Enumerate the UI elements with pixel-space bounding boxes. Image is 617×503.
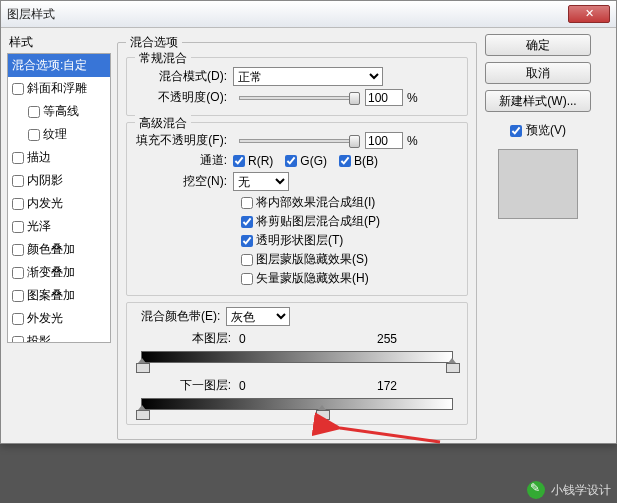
opacity-label: 不透明度(O): <box>135 89 233 106</box>
style-item-satin[interactable]: 光泽 <box>8 215 110 238</box>
opt-layer-mask-hides-label: 图层蒙版隐藏效果(S) <box>256 251 368 268</box>
blend-if-label: 混合颜色带(E): <box>141 308 226 325</box>
watermark: 小钱学设计 <box>527 481 611 499</box>
preview-swatch <box>498 149 578 219</box>
opacity-slider[interactable] <box>239 96 359 100</box>
opacity-unit: % <box>407 91 418 105</box>
opt-interior-effects-label: 将内部效果混合成组(I) <box>256 194 375 211</box>
knockout-select[interactable]: 无 <box>233 172 289 191</box>
style-check-pattern-overlay[interactable] <box>12 290 24 302</box>
style-check-satin[interactable] <box>12 221 24 233</box>
this-layer-gradient[interactable] <box>141 351 453 363</box>
style-item-pattern-overlay[interactable]: 图案叠加 <box>8 284 110 307</box>
opt-interior-effects[interactable] <box>241 197 253 209</box>
under-layer-label: 下一图层: <box>135 377 239 394</box>
under-layer-black-stop[interactable] <box>136 410 148 420</box>
advanced-blend-group: 高级混合 填充不透明度(F): % 通道: R(R) G(G) B(B) <box>126 122 468 296</box>
this-layer-max: 255 <box>377 332 425 346</box>
style-check-contour[interactable] <box>28 106 40 118</box>
general-blend-group: 常规混合 混合模式(D): 正常 不透明度(O): % <box>126 57 468 116</box>
opt-layer-mask-hides[interactable] <box>241 254 253 266</box>
channel-g-check[interactable] <box>285 155 297 167</box>
style-check-inner-shadow[interactable] <box>12 175 24 187</box>
styles-list: 混合选项:自定 斜面和浮雕 等高线 纹理 描边 内阴影 内发光 光泽 颜色叠加 … <box>7 53 111 343</box>
opt-clipped-layers[interactable] <box>241 216 253 228</box>
blend-mode-select[interactable]: 正常 <box>233 67 383 86</box>
preview-checkbox[interactable] <box>510 125 522 137</box>
channels-label: 通道: <box>135 152 233 169</box>
fill-opacity-input[interactable] <box>365 132 403 149</box>
style-check-texture[interactable] <box>28 129 40 141</box>
style-item-bevel[interactable]: 斜面和浮雕 <box>8 77 110 100</box>
style-item-inner-glow[interactable]: 内发光 <box>8 192 110 215</box>
style-item-gradient-overlay[interactable]: 渐变叠加 <box>8 261 110 284</box>
style-item-contour[interactable]: 等高线 <box>8 100 110 123</box>
blend-if-group: 混合颜色带(E): 灰色 本图层: 0 255 <box>126 302 468 425</box>
under-layer-min: 0 <box>239 379 287 393</box>
watermark-text: 小钱学设计 <box>551 482 611 499</box>
channel-g-label: G(G) <box>300 154 327 168</box>
channel-r-check[interactable] <box>233 155 245 167</box>
style-check-drop-shadow[interactable] <box>12 336 24 344</box>
style-item-blending-options[interactable]: 混合选项:自定 <box>8 54 110 77</box>
opt-transparency-shapes[interactable] <box>241 235 253 247</box>
cancel-button[interactable]: 取消 <box>485 62 591 84</box>
channel-b-check[interactable] <box>339 155 351 167</box>
style-check-gradient-overlay[interactable] <box>12 267 24 279</box>
blend-mode-label: 混合模式(D): <box>135 68 233 85</box>
general-blend-legend: 常规混合 <box>135 50 191 67</box>
window-title: 图层样式 <box>7 6 568 23</box>
style-check-inner-glow[interactable] <box>12 198 24 210</box>
layer-style-dialog: 图层样式 ✕ 样式 混合选项:自定 斜面和浮雕 等高线 纹理 描边 内阴影 内发… <box>0 0 617 444</box>
opt-transparency-shapes-label: 透明形状图层(T) <box>256 232 343 249</box>
under-layer-gradient[interactable] <box>141 398 453 410</box>
this-layer-label: 本图层: <box>135 330 239 347</box>
fill-opacity-label: 填充不透明度(F): <box>135 132 233 149</box>
ok-button[interactable]: 确定 <box>485 34 591 56</box>
titlebar: 图层样式 ✕ <box>1 1 616 28</box>
this-layer-black-stop[interactable] <box>136 363 148 373</box>
style-check-bevel[interactable] <box>12 83 24 95</box>
style-item-stroke[interactable]: 描边 <box>8 146 110 169</box>
blending-options-legend: 混合选项 <box>126 34 182 51</box>
style-item-drop-shadow[interactable]: 投影 <box>8 330 110 343</box>
under-layer-max: 172 <box>377 379 425 393</box>
opt-clipped-layers-label: 将剪贴图层混合成组(P) <box>256 213 380 230</box>
style-check-outer-glow[interactable] <box>12 313 24 325</box>
this-layer-white-stop[interactable] <box>446 363 458 373</box>
blending-options-group: 混合选项 常规混合 混合模式(D): 正常 不透明度(O): % <box>117 34 477 440</box>
knockout-label: 挖空(N): <box>135 173 233 190</box>
under-layer-white-stop[interactable] <box>316 410 328 420</box>
style-item-inner-shadow[interactable]: 内阴影 <box>8 169 110 192</box>
channel-r-label: R(R) <box>248 154 273 168</box>
fill-opacity-slider[interactable] <box>239 139 359 143</box>
this-layer-min: 0 <box>239 332 287 346</box>
style-item-outer-glow[interactable]: 外发光 <box>8 307 110 330</box>
style-check-color-overlay[interactable] <box>12 244 24 256</box>
styles-title: 样式 <box>7 34 111 51</box>
style-item-texture[interactable]: 纹理 <box>8 123 110 146</box>
advanced-blend-legend: 高级混合 <box>135 115 191 132</box>
watermark-logo-icon <box>527 481 545 499</box>
style-check-stroke[interactable] <box>12 152 24 164</box>
opt-vector-mask-hides-label: 矢量蒙版隐藏效果(H) <box>256 270 369 287</box>
channel-b-label: B(B) <box>354 154 378 168</box>
fill-opacity-unit: % <box>407 134 418 148</box>
opacity-input[interactable] <box>365 89 403 106</box>
opt-vector-mask-hides[interactable] <box>241 273 253 285</box>
new-style-button[interactable]: 新建样式(W)... <box>485 90 591 112</box>
preview-label: 预览(V) <box>526 122 566 139</box>
style-item-color-overlay[interactable]: 颜色叠加 <box>8 238 110 261</box>
close-button[interactable]: ✕ <box>568 5 610 23</box>
blend-if-select[interactable]: 灰色 <box>226 307 290 326</box>
